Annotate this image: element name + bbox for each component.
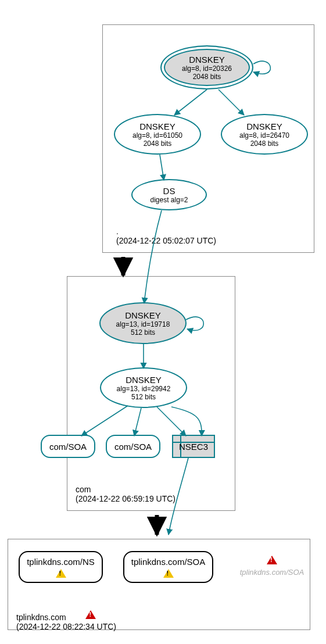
dnskey-com-ksk: DNSKEY alg=13, id=19718 512 bits [99, 302, 187, 344]
rrset-label: tplinkdns.com/NS [27, 557, 95, 567]
rrset-label: com/SOA [49, 442, 87, 452]
dnskey-detail: alg=13, id=29942 [117, 385, 171, 393]
zone-tplinkdns-timestamp: (2024-12-22 08:22:34 UTC) [16, 622, 116, 631]
rrset-label: NSEC3 [179, 442, 208, 452]
rrset-label: tplinkdns.com/SOA [131, 557, 206, 567]
zone-com-name: com [76, 485, 175, 494]
dnskey-bits: 2048 bits [193, 73, 221, 81]
dnskey-title: DNSKEY [246, 121, 282, 131]
dnskey-root-ksk: DNSKEY alg=8, id=20326 2048 bits [160, 45, 253, 90]
dnskey-bits: 2048 bits [250, 139, 279, 148]
warning-icon [163, 569, 174, 578]
dnskey-bits: 2048 bits [144, 139, 172, 148]
zone-com-timestamp: (2024-12-22 06:59:19 UTC) [76, 494, 175, 503]
com-soa-2: com/SOA [106, 435, 160, 458]
dnskey-detail: alg=8, id=20326 [182, 65, 232, 73]
ds-detail: digest alg=2 [150, 196, 188, 204]
ds-title: DS [163, 186, 175, 196]
dnskey-root-zsk-26470: DNSKEY alg=8, id=26470 2048 bits [221, 114, 308, 155]
com-soa-1: com/SOA [41, 435, 95, 458]
tplinkdns-soa-1: tplinkdns.com/SOA [123, 551, 213, 583]
tplinkdns-soa-2: tplinkdns.com/SOA [237, 553, 307, 577]
rrset-label: tplinkdns.com/SOA [240, 568, 304, 577]
dnskey-detail: alg=8, id=26470 [239, 131, 289, 139]
zone-root-name: . [116, 227, 216, 236]
dnskey-title: DNSKEY [125, 310, 161, 320]
zone-tplinkdns-name: tplinkdns.com [16, 613, 66, 622]
zone-root-timestamp: (2024-12-22 05:02:07 UTC) [116, 236, 216, 245]
warning-icon [85, 610, 96, 619]
dnskey-com-zsk: DNSKEY alg=13, id=29942 512 bits [100, 367, 187, 408]
zone-tplinkdns-label: tplinkdns.com (2024-12-22 08:22:34 UTC) [16, 608, 116, 631]
zone-root-label: . (2024-12-22 05:02:07 UTC) [116, 227, 216, 245]
dnskey-title: DNSKEY [126, 375, 162, 385]
dnskey-title: DNSKEY [189, 55, 225, 65]
dnskey-bits: 512 bits [131, 328, 155, 337]
rrset-label: com/SOA [114, 442, 152, 452]
warning-icon [56, 569, 66, 578]
dnskey-root-zsk-61050: DNSKEY alg=8, id=61050 2048 bits [114, 114, 201, 155]
nsec3-record: NSEC3 [172, 435, 215, 458]
warning-icon [267, 556, 277, 564]
dnskey-title: DNSKEY [139, 121, 175, 131]
ds-record: DS digest alg=2 [131, 179, 207, 210]
dnskey-bits: 512 bits [131, 393, 156, 401]
dnskey-detail: alg=13, id=19718 [116, 320, 170, 328]
dnskey-detail: alg=8, id=61050 [132, 131, 182, 139]
zone-com-label: com (2024-12-22 06:59:19 UTC) [76, 485, 175, 503]
tplinkdns-ns: tplinkdns.com/NS [19, 551, 103, 583]
